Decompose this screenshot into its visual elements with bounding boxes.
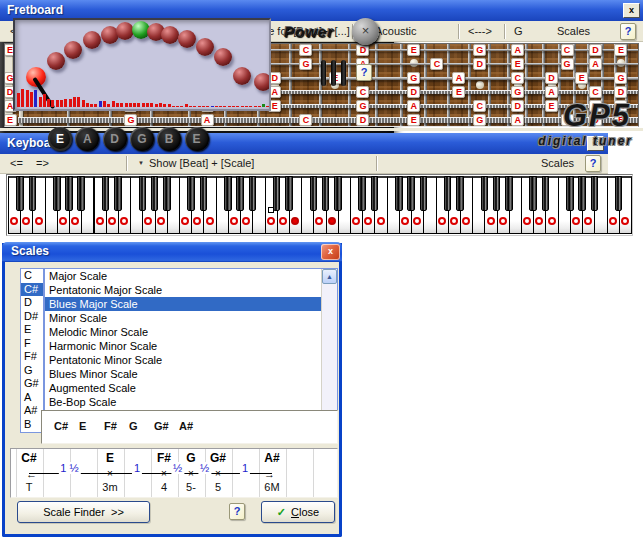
black-key[interactable] xyxy=(407,176,415,211)
scale-finder-button[interactable]: Scale Finder >> xyxy=(17,501,150,523)
black-key[interactable] xyxy=(420,176,428,211)
root-note-list[interactable]: CC#DD#EFF#GG#AA#B xyxy=(20,268,44,433)
scales-close-icon[interactable]: x xyxy=(321,244,340,260)
fret-note-marker[interactable]: A xyxy=(589,58,602,70)
fretboard-close-icon[interactable]: x xyxy=(623,3,640,18)
fret-note-marker[interactable]: D xyxy=(614,86,627,98)
keyboard-scales-button[interactable]: Scales xyxy=(541,156,574,171)
fret-note-marker[interactable]: G xyxy=(561,58,574,70)
fret-note-marker[interactable]: D xyxy=(545,72,558,84)
scale-list-item[interactable]: Be-Bop Scale xyxy=(45,395,337,409)
root-list-item[interactable]: G# xyxy=(21,377,43,391)
black-key[interactable] xyxy=(566,176,574,211)
tuner-string-button-e-5[interactable]: E xyxy=(185,127,209,151)
fret-note-marker[interactable]: E xyxy=(452,86,465,98)
strip-note[interactable]: C# xyxy=(54,420,68,432)
strip-note[interactable]: G# xyxy=(154,420,169,432)
help-icon[interactable]: ? xyxy=(585,155,601,172)
fret-note-marker[interactable]: G xyxy=(473,114,486,126)
strip-note[interactable]: G xyxy=(129,420,138,432)
black-key[interactable] xyxy=(151,176,159,211)
black-key[interactable] xyxy=(16,176,24,211)
black-key[interactable] xyxy=(456,176,464,211)
fret-note-marker[interactable]: A xyxy=(407,100,420,112)
black-key[interactable] xyxy=(187,176,195,211)
fret-note-marker[interactable]: E xyxy=(511,58,524,70)
strip-note[interactable]: A# xyxy=(179,420,193,432)
fret-note-marker[interactable]: D xyxy=(589,44,602,56)
black-key[interactable] xyxy=(493,176,501,211)
strip-note[interactable]: E xyxy=(79,420,86,432)
black-key[interactable] xyxy=(224,176,232,211)
black-key[interactable] xyxy=(591,176,599,211)
help-icon[interactable]: ? xyxy=(229,503,245,520)
scale-list-item[interactable]: Augmented Scale xyxy=(45,381,337,395)
tuner-string-button-e-0[interactable]: E xyxy=(48,127,72,151)
black-key[interactable] xyxy=(310,176,318,211)
guitar-string-e-low[interactable] xyxy=(18,117,638,123)
help-icon[interactable]: ? xyxy=(356,64,372,81)
scale-list-item[interactable]: Melodic Minor Scale xyxy=(45,325,337,339)
strip-note[interactable]: F# xyxy=(104,420,117,432)
close-button[interactable]: ✓Close xyxy=(261,501,335,523)
black-key[interactable] xyxy=(334,176,342,211)
fret-note-marker[interactable]: E xyxy=(4,114,17,126)
black-key[interactable] xyxy=(102,176,110,211)
black-key[interactable] xyxy=(285,176,293,211)
fret-note-marker[interactable]: E xyxy=(614,44,627,56)
fret-note-marker[interactable]: G xyxy=(299,58,312,70)
black-key[interactable] xyxy=(200,176,208,211)
scales-titlebar[interactable]: Scales x xyxy=(2,242,342,262)
scale-list-item[interactable]: Blues Minor Scale xyxy=(45,367,337,381)
tuner-power-button[interactable]: × xyxy=(352,18,379,45)
black-key[interactable] xyxy=(322,176,330,211)
black-key[interactable] xyxy=(65,176,73,211)
tuner-string-button-g-3[interactable]: G xyxy=(130,127,154,151)
root-list-item[interactable]: F# xyxy=(21,350,43,364)
fret-note-marker[interactable]: D xyxy=(356,44,369,56)
black-key[interactable] xyxy=(139,176,147,211)
fret-note-marker[interactable]: C xyxy=(356,86,369,98)
keyboard-forward-button[interactable]: => xyxy=(36,156,49,171)
fret-note-marker[interactable]: A xyxy=(545,86,558,98)
fretboard-range-button[interactable]: <---> xyxy=(468,24,492,39)
scale-list-item[interactable]: Harmonic Minor Scale xyxy=(45,339,337,353)
black-key[interactable] xyxy=(542,176,550,211)
root-list-item[interactable]: C xyxy=(21,269,43,283)
fret-note-marker[interactable]: A xyxy=(452,72,465,84)
black-key[interactable] xyxy=(358,176,366,211)
fret-note-marker[interactable]: C xyxy=(430,58,443,70)
root-list-item[interactable]: B xyxy=(21,418,43,432)
black-key[interactable] xyxy=(505,176,513,211)
scale-list-item[interactable]: Major Scale xyxy=(45,269,337,283)
black-key[interactable] xyxy=(371,176,379,211)
fret-note-marker[interactable]: E xyxy=(545,100,558,112)
fretboard-key-value[interactable]: G xyxy=(514,24,523,39)
fret-note-marker[interactable]: E xyxy=(407,44,420,56)
fret-note-marker[interactable]: G xyxy=(473,44,486,56)
fret-note-marker[interactable]: A xyxy=(511,44,524,56)
black-key[interactable] xyxy=(53,176,61,211)
fret-note-marker[interactable]: C xyxy=(299,44,312,56)
root-list-item[interactable]: A xyxy=(21,391,43,405)
fret-note-marker[interactable]: D xyxy=(407,86,420,98)
black-key[interactable] xyxy=(395,176,403,211)
keyboard-show-dropdown[interactable]: ▼Show [Beat] + [Scale] xyxy=(138,156,254,171)
help-icon[interactable]: ? xyxy=(620,23,636,40)
scale-list-item-selected[interactable]: Blues Major Scale xyxy=(45,297,337,311)
root-list-item[interactable]: G xyxy=(21,364,43,378)
keyboard-back-button[interactable]: <= xyxy=(10,156,23,171)
root-list-item[interactable]: A# xyxy=(21,404,43,418)
fret-note-marker[interactable]: C xyxy=(561,44,574,56)
tuner-string-button-d-2[interactable]: D xyxy=(103,127,127,151)
black-key[interactable] xyxy=(163,176,171,211)
fret-note-marker[interactable]: A xyxy=(201,114,214,126)
black-key[interactable] xyxy=(615,176,623,211)
root-list-item[interactable]: F xyxy=(21,337,43,351)
fret-note-marker[interactable]: A xyxy=(511,114,524,126)
root-list-item-selected[interactable]: C# xyxy=(21,283,43,297)
scale-list-item[interactable]: Minor Scale xyxy=(45,311,337,325)
fret-note-marker[interactable]: G xyxy=(511,86,524,98)
black-key[interactable] xyxy=(273,176,281,211)
fret-note-marker[interactable]: C xyxy=(299,114,312,126)
